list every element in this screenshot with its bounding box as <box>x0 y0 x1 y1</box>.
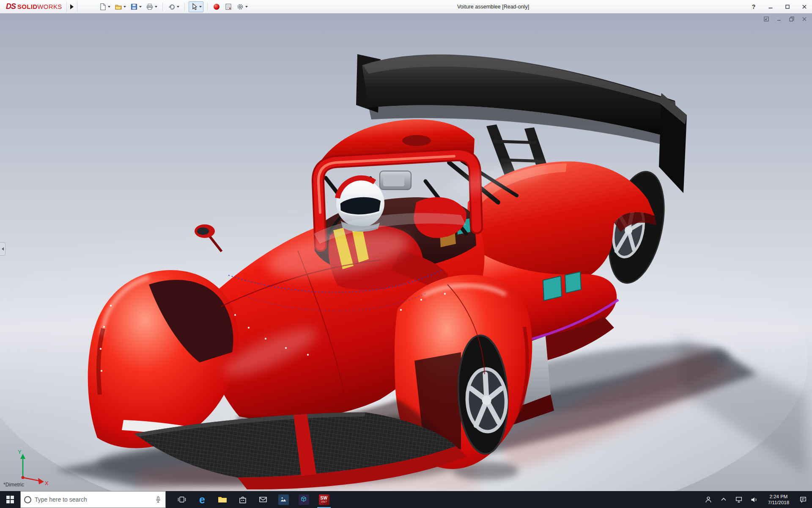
toolbar-separator <box>184 3 185 11</box>
maximize-button[interactable] <box>783 3 792 11</box>
hidden-icons-button[interactable] <box>716 491 731 508</box>
microphone-icon[interactable] <box>154 495 162 504</box>
graphics-viewport: Y X *Dimetric <box>0 14 812 491</box>
restore-model-button[interactable] <box>788 16 795 22</box>
appearance-button[interactable] <box>211 1 222 12</box>
toolbar-separator <box>207 3 208 11</box>
quick-access-toolbar <box>98 1 249 12</box>
brand-ds: DS <box>6 2 16 11</box>
solidworks-logo: DSSOLIDWORKS <box>0 2 62 11</box>
minimize-icon <box>768 4 773 9</box>
photos-icon <box>278 494 289 505</box>
task-view-button[interactable] <box>172 491 192 508</box>
help-button[interactable]: ? <box>749 3 758 11</box>
taskbar-search[interactable] <box>20 491 166 508</box>
taskbar-item-photos[interactable] <box>273 491 294 508</box>
close-button[interactable] <box>800 3 809 11</box>
window-controls: ? <box>749 0 809 14</box>
gear-icon <box>236 3 244 11</box>
dock-icon <box>763 16 769 22</box>
network-button[interactable] <box>732 491 746 508</box>
brand-works: WORKS <box>37 3 62 10</box>
system-tray: 2:24 PM 7/11/2018 <box>701 491 812 508</box>
dock-window-button[interactable] <box>763 16 770 22</box>
dropdown-caret <box>245 6 248 8</box>
clock-time: 2:24 PM <box>763 494 794 500</box>
options-button[interactable] <box>235 1 249 12</box>
file-explorer-icon <box>217 494 228 505</box>
collapsed-panel-tab[interactable] <box>0 242 5 256</box>
store-icon <box>238 495 247 504</box>
taskbar-clock[interactable]: 2:24 PM 7/11/2018 <box>762 494 795 505</box>
chevron-up-icon <box>720 496 727 503</box>
view-orientation-label: *Dimetric <box>3 482 24 488</box>
helmet-visor <box>340 196 381 215</box>
select-tool-button[interactable] <box>189 1 203 12</box>
triad-x-label: X <box>45 480 49 486</box>
drawing-options-button[interactable] <box>223 1 233 12</box>
brand-solid: SOLID <box>17 3 37 10</box>
volume-button[interactable] <box>747 491 761 508</box>
toolbar-separator <box>162 3 163 11</box>
model-window-controls <box>763 16 808 22</box>
volume-icon <box>750 495 758 504</box>
taskbar-item-store[interactable] <box>233 491 253 508</box>
close-icon <box>802 4 807 9</box>
titlebar: DSSOLIDWORKS <box>0 0 812 14</box>
cortana-icon <box>24 496 31 503</box>
save-floppy-icon <box>130 3 138 11</box>
action-center-button[interactable] <box>796 491 810 508</box>
open-document-button[interactable] <box>113 1 127 12</box>
dropdown-caret <box>139 6 142 8</box>
minimize-button[interactable] <box>766 3 775 11</box>
action-center-icon <box>799 495 807 504</box>
taskbar-item-solidworks[interactable]: SW 2017 <box>314 491 334 508</box>
document-title: Voiture assemblee [Read-only] <box>457 0 529 14</box>
side-window-teal <box>565 272 581 293</box>
taskbar-item-mail[interactable] <box>253 491 273 508</box>
rearview-mirror <box>380 171 411 190</box>
new-document-button[interactable] <box>98 1 112 12</box>
dropdown-caret <box>177 6 179 8</box>
network-icon <box>735 495 743 504</box>
save-button[interactable] <box>129 1 143 12</box>
maximize-icon <box>785 4 790 9</box>
open-folder-icon <box>115 3 122 11</box>
taskbar-item-edge[interactable]: e <box>192 491 212 508</box>
3d-viewport-canvas[interactable]: Y X <box>0 14 812 491</box>
taskbar-app-icons: e SW <box>172 491 334 508</box>
dropdown-caret <box>123 6 126 8</box>
clock-date: 7/11/2018 <box>763 500 794 505</box>
sw-badge-letters: SW <box>320 496 327 500</box>
print-button[interactable] <box>145 1 159 12</box>
task-view-icon <box>177 495 187 504</box>
people-icon <box>704 495 713 504</box>
edge-icon: e <box>199 494 205 505</box>
new-document-icon <box>99 3 107 11</box>
menu-flyout-arrow-button[interactable] <box>66 1 77 12</box>
undo-arrow-icon <box>168 3 176 11</box>
sw-badge-year: 2017 <box>321 500 326 503</box>
mail-icon <box>258 495 268 504</box>
search-input[interactable] <box>35 496 151 503</box>
taskbar-item-mixed-reality-viewer[interactable] <box>294 491 314 508</box>
dropdown-caret <box>108 6 110 8</box>
drawing-sheet-icon <box>225 3 232 11</box>
close-model-button[interactable] <box>801 16 808 22</box>
collapse-arrow-icon <box>2 247 4 251</box>
triad-y-label: Y <box>18 449 22 455</box>
appearance-sphere-icon <box>213 3 220 11</box>
desktop: DSSOLIDWORKS <box>0 0 812 508</box>
taskbar-item-file-explorer[interactable] <box>212 491 233 508</box>
start-button[interactable] <box>0 491 20 508</box>
windows-logo-icon <box>6 496 14 503</box>
minimize-icon <box>776 16 782 22</box>
minimize-model-button[interactable] <box>776 16 782 22</box>
windows-taskbar: e SW <box>0 491 812 508</box>
print-icon <box>146 3 154 11</box>
undo-button[interactable] <box>167 1 181 12</box>
flyout-arrow-icon <box>70 4 74 9</box>
dropdown-caret <box>199 6 202 8</box>
solidworks-app-icon: SW 2017 <box>319 494 329 505</box>
people-button[interactable] <box>701 491 716 508</box>
